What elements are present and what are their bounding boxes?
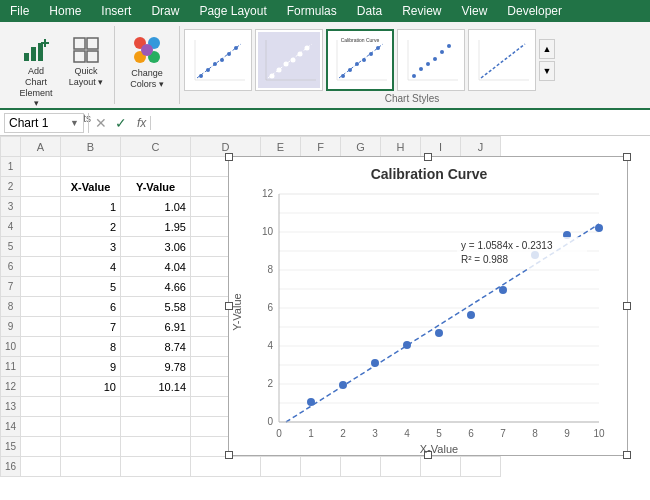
chart-style-4[interactable]	[397, 29, 465, 91]
cell-C11[interactable]: 9.78	[121, 357, 191, 377]
cell-C16[interactable]	[121, 457, 191, 477]
cell-A15[interactable]	[21, 437, 61, 457]
add-chart-element-button[interactable]: Add ChartElement ▾	[12, 32, 60, 111]
svg-text:y = 1.0584x - 0.2313: y = 1.0584x - 0.2313	[461, 240, 553, 251]
tab-draw[interactable]: Draw	[141, 0, 189, 22]
tab-data[interactable]: Data	[347, 0, 392, 22]
cell-C2[interactable]: Y-Value	[121, 177, 191, 197]
name-box[interactable]: Chart 1 ▼	[4, 113, 84, 133]
chart-style-1[interactable]	[184, 29, 252, 91]
col-header-a: A	[21, 137, 61, 157]
change-colors-button[interactable]: ChangeColors ▾	[123, 28, 171, 94]
change-colors-label: ChangeColors ▾	[130, 68, 164, 90]
cell-A11[interactable]	[21, 357, 61, 377]
tab-developer[interactable]: Developer	[497, 0, 572, 22]
cell-D16[interactable]	[191, 457, 261, 477]
chart-frame[interactable]: Calibration Curve 0 2 4 6 8 10 12	[228, 156, 628, 456]
cell-B1[interactable]	[61, 157, 121, 177]
svg-text:Y-Value: Y-Value	[231, 293, 243, 330]
tab-formulas[interactable]: Formulas	[277, 0, 347, 22]
svg-rect-7	[74, 51, 85, 62]
tab-page-layout[interactable]: Page Layout	[189, 0, 276, 22]
row-header-4: 4	[1, 217, 21, 237]
cell-E16[interactable]	[261, 457, 301, 477]
cell-B5[interactable]: 3	[61, 237, 121, 257]
cell-A4[interactable]	[21, 217, 61, 237]
cell-C4[interactable]: 1.95	[121, 217, 191, 237]
cell-H16[interactable]	[381, 457, 421, 477]
tab-view[interactable]: View	[452, 0, 498, 22]
svg-text:9: 9	[564, 428, 570, 439]
chart-style-5[interactable]	[468, 29, 536, 91]
chart-style-2[interactable]	[255, 29, 323, 91]
cell-A5[interactable]	[21, 237, 61, 257]
svg-text:4: 4	[267, 340, 273, 351]
cell-A2[interactable]	[21, 177, 61, 197]
cell-B3[interactable]: 1	[61, 197, 121, 217]
cell-B16[interactable]	[61, 457, 121, 477]
tab-insert[interactable]: Insert	[91, 0, 141, 22]
svg-text:3: 3	[372, 428, 378, 439]
cell-B4[interactable]: 2	[61, 217, 121, 237]
svg-point-52	[440, 50, 444, 54]
cell-A7[interactable]	[21, 277, 61, 297]
svg-text:Calibration Curve: Calibration Curve	[371, 166, 488, 182]
formula-fx-icon[interactable]: fx	[133, 116, 151, 130]
cell-C13[interactable]	[121, 397, 191, 417]
cell-J16[interactable]	[461, 457, 501, 477]
cell-C3[interactable]: 1.04	[121, 197, 191, 217]
cell-C15[interactable]	[121, 437, 191, 457]
spacer-label: .	[146, 96, 149, 107]
formula-confirm-icon[interactable]: ✓	[113, 115, 129, 131]
cell-B15[interactable]	[61, 437, 121, 457]
cell-A9[interactable]	[21, 317, 61, 337]
cell-A6[interactable]	[21, 257, 61, 277]
cell-A16[interactable]	[21, 457, 61, 477]
col-header-g: G	[341, 137, 381, 157]
tab-review[interactable]: Review	[392, 0, 451, 22]
cell-B14[interactable]	[61, 417, 121, 437]
tab-home[interactable]: Home	[39, 0, 91, 22]
cell-C12[interactable]: 10.14	[121, 377, 191, 397]
cell-C6[interactable]: 4.04	[121, 257, 191, 277]
cell-C14[interactable]	[121, 417, 191, 437]
cell-C7[interactable]: 4.66	[121, 277, 191, 297]
chart-style-scroll-down[interactable]: ▼	[539, 61, 555, 81]
formula-cancel-icon[interactable]: ✕	[93, 115, 109, 131]
cell-B2[interactable]: X-Value	[61, 177, 121, 197]
svg-text:12: 12	[262, 188, 274, 199]
cell-B8[interactable]: 6	[61, 297, 121, 317]
cell-F16[interactable]	[301, 457, 341, 477]
cell-B7[interactable]: 5	[61, 277, 121, 297]
svg-point-48	[412, 74, 416, 78]
quick-layout-button[interactable]: QuickLayout ▾	[64, 32, 108, 90]
cell-A8[interactable]	[21, 297, 61, 317]
cell-A3[interactable]	[21, 197, 61, 217]
cell-G16[interactable]	[341, 457, 381, 477]
cell-A10[interactable]	[21, 337, 61, 357]
add-chart-icon	[20, 34, 52, 66]
chart-style-3[interactable]: Calibration Curve	[326, 29, 394, 91]
cell-B12[interactable]: 10	[61, 377, 121, 397]
cell-C9[interactable]: 6.91	[121, 317, 191, 337]
cell-B6[interactable]: 4	[61, 257, 121, 277]
chart-style-scroll-up[interactable]: ▲	[539, 39, 555, 59]
col-header-b: B	[61, 137, 121, 157]
cell-B9[interactable]: 7	[61, 317, 121, 337]
cell-C10[interactable]: 8.74	[121, 337, 191, 357]
cell-C5[interactable]: 3.06	[121, 237, 191, 257]
cell-C1[interactable]	[121, 157, 191, 177]
cell-B10[interactable]: 8	[61, 337, 121, 357]
cell-A14[interactable]	[21, 417, 61, 437]
cell-B13[interactable]	[61, 397, 121, 417]
cell-C8[interactable]: 5.58	[121, 297, 191, 317]
cell-A12[interactable]	[21, 377, 61, 397]
svg-rect-0	[24, 53, 29, 61]
cell-I16[interactable]	[421, 457, 461, 477]
cell-B11[interactable]: 9	[61, 357, 121, 377]
row-header-13: 13	[1, 397, 21, 417]
formula-input[interactable]	[155, 116, 646, 130]
cell-A1[interactable]	[21, 157, 61, 177]
tab-file[interactable]: File	[0, 0, 39, 22]
cell-A13[interactable]	[21, 397, 61, 417]
